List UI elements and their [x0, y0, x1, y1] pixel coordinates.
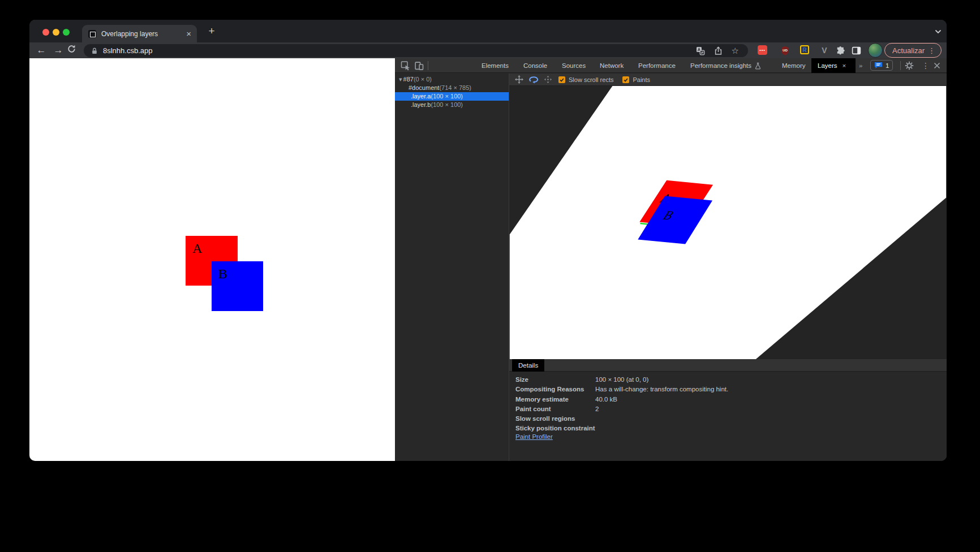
- tree-node-dims: (100 × 100): [431, 101, 463, 108]
- slow-scroll-rects-label[interactable]: Slow scroll rects: [569, 76, 613, 83]
- layer-a-letter: A: [186, 236, 238, 256]
- rotate-mode-icon[interactable]: [528, 75, 539, 84]
- reset-view-icon[interactable]: [544, 76, 552, 83]
- tree-expand-arrow-icon[interactable]: ▾: [399, 76, 402, 83]
- more-tabs-chevron-icon[interactable]: »: [859, 58, 862, 73]
- profile-avatar[interactable]: [868, 43, 883, 58]
- tab-title: Overlapping layers: [101, 30, 183, 38]
- refresh-menu-dots-icon[interactable]: ⋮: [928, 46, 935, 55]
- side-panel-icon[interactable]: [851, 45, 861, 55]
- detail-label: Size: [515, 375, 528, 385]
- url-text[interactable]: 8slnhh.csb.app: [103, 46, 696, 55]
- extension-password-icon[interactable]: •••: [758, 45, 767, 55]
- slow-scroll-rects-checkbox[interactable]: [558, 76, 565, 83]
- tree-node-name: .layer.a: [411, 93, 431, 100]
- bookmark-star-icon[interactable]: ☆: [732, 46, 739, 56]
- tree-node-dims: (0 × 0): [414, 76, 432, 83]
- issues-chat-icon: [874, 62, 883, 69]
- issues-count-label: 1: [886, 62, 889, 69]
- browser-tab[interactable]: Overlapping layers ×: [82, 25, 197, 42]
- devtools-close-icon[interactable]: [933, 62, 941, 70]
- document-layer-plane[interactable]: [510, 86, 946, 359]
- share-icon[interactable]: [714, 46, 723, 55]
- layer-details-pane: Details Size 100 × 100 (at 0, 0) Composi…: [509, 359, 947, 461]
- layers-3d-viewport[interactable]: A B: [509, 86, 947, 359]
- flask-icon: [755, 62, 761, 70]
- tree-row-layer-a-selected[interactable]: .layer.a(100 × 100): [395, 92, 509, 101]
- browser-toolbar: ← → 8slnhh.csb.app ☆ ••• UO: [29, 42, 947, 58]
- tab-strip: Overlapping layers × +: [29, 20, 947, 42]
- layers-3d-scene: A B: [509, 86, 947, 359]
- extension-r-icon[interactable]: R: [800, 45, 809, 54]
- tree-node-name: #87: [403, 76, 414, 83]
- tab-memory[interactable]: Memory: [782, 58, 806, 73]
- tab-elements[interactable]: Elements: [482, 58, 509, 73]
- tree-row-root[interactable]: ▾#87(0 × 0): [395, 75, 509, 84]
- devtools-menu-dots-icon[interactable]: ⋮: [922, 58, 930, 73]
- details-header: Details: [509, 359, 947, 372]
- tab-performance[interactable]: Performance: [638, 58, 676, 73]
- detail-label: Memory estimate: [515, 395, 569, 404]
- tab-layers-label: Layers: [818, 58, 837, 73]
- toolbar-divider: [900, 61, 901, 70]
- profile-refresh-button[interactable]: Actualizar ⋮: [884, 43, 942, 58]
- layers-toolbar: Slow scroll rects Paints: [509, 74, 947, 86]
- window-close-button[interactable]: [42, 29, 49, 36]
- tab-performance-insights[interactable]: Performance insights: [690, 58, 761, 73]
- details-tab[interactable]: Details: [512, 359, 544, 372]
- detail-label: Paint count: [515, 404, 551, 414]
- detail-label: Slow scroll regions: [515, 414, 575, 424]
- refresh-button-label: Actualizar: [892, 46, 928, 55]
- devtools-tab-bar: Elements Console Sources Network Perform…: [395, 58, 947, 73]
- tree-row-document[interactable]: #document(714 × 785): [395, 84, 509, 92]
- paints-label[interactable]: Paints: [633, 76, 650, 83]
- back-button[interactable]: ←: [34, 43, 49, 58]
- toolbar-divider: [428, 61, 428, 70]
- window-zoom-button[interactable]: [63, 29, 70, 36]
- layer-b-letter: B: [212, 261, 263, 282]
- ublock-shield-icon[interactable]: UO: [780, 45, 790, 55]
- detail-row-memory-estimate: Memory estimate 40.0 kB: [509, 395, 947, 404]
- site-favicon-icon: [88, 30, 96, 38]
- window-minimize-button[interactable]: [53, 29, 59, 36]
- forward-button[interactable]: →: [51, 43, 66, 58]
- tab-console[interactable]: Console: [523, 58, 547, 73]
- detail-value: 40.0 kB: [595, 395, 617, 404]
- detail-label: Sticky position constraint: [515, 424, 595, 433]
- extensions-puzzle-icon[interactable]: [835, 45, 845, 55]
- settings-gear-icon[interactable]: [905, 61, 914, 70]
- detail-row-compositing-reasons: Compositing Reasons Has a will-change: t…: [509, 385, 947, 394]
- tab-layers-active[interactable]: Layers ×: [811, 58, 856, 73]
- tab-layers-close-icon[interactable]: ×: [843, 58, 846, 73]
- paints-checkbox[interactable]: [622, 76, 629, 83]
- detail-value: 2: [595, 404, 599, 414]
- browser-window: Overlapping layers × + ← → 8slnhh.csb.ap…: [29, 20, 947, 461]
- tab-close-icon[interactable]: ×: [186, 29, 191, 38]
- lock-icon[interactable]: [91, 47, 98, 55]
- reload-button[interactable]: [67, 44, 81, 59]
- window-body: A B Elements Console: [29, 58, 947, 461]
- issues-counter[interactable]: 1: [870, 60, 893, 71]
- tree-row-layer-b[interactable]: .layer.b(100 × 100): [395, 101, 509, 109]
- detail-value: Has a will-change: transform compositing…: [595, 385, 728, 394]
- paint-profiler-link[interactable]: Paint Profiler: [515, 433, 553, 440]
- pan-mode-icon[interactable]: [515, 75, 523, 84]
- layers-tree-pane: ▾#87(0 × 0) #document(714 × 785) .layer.…: [395, 74, 509, 461]
- inspect-element-icon[interactable]: [401, 61, 411, 71]
- tab-search-chevron-icon[interactable]: [932, 27, 944, 36]
- tree-node-dims: (100 × 100): [431, 93, 463, 100]
- new-tab-button[interactable]: +: [205, 24, 218, 38]
- vue-devtools-icon[interactable]: V: [819, 45, 829, 55]
- tree-node-dims: (714 × 785): [439, 84, 471, 91]
- page-layer-b: B: [212, 261, 263, 311]
- devtools-panel: Elements Console Sources Network Perform…: [395, 58, 947, 461]
- address-bar[interactable]: 8slnhh.csb.app ☆: [84, 44, 748, 57]
- tab-network[interactable]: Network: [600, 58, 624, 73]
- detail-row-sticky-position-constraint: Sticky position constraint: [509, 424, 947, 433]
- svg-text:UO: UO: [783, 49, 788, 52]
- device-toolbar-icon[interactable]: [414, 61, 424, 71]
- detail-label: Compositing Reasons: [515, 385, 584, 394]
- tab-sources[interactable]: Sources: [562, 58, 586, 73]
- translate-icon[interactable]: [696, 46, 705, 55]
- detail-row-size: Size 100 × 100 (at 0, 0): [509, 375, 947, 385]
